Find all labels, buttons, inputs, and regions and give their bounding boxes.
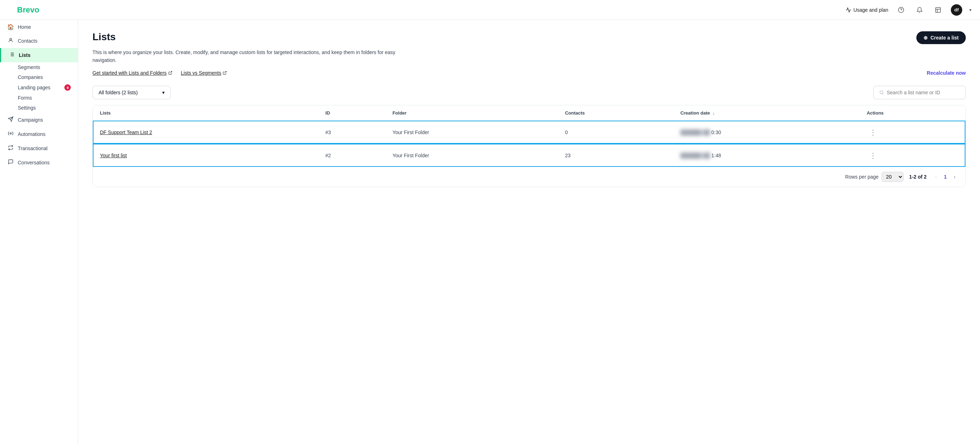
list-actions-cell: ⋮: [859, 121, 966, 144]
pagination-row: Rows per page 20 50 100 1-2 of 2 ‹ 1 ›: [93, 167, 966, 187]
bell-icon: [916, 7, 923, 13]
list-id-cell: #2: [318, 144, 385, 167]
sidebar-item-settings[interactable]: Settings: [0, 103, 78, 113]
notifications-icon-button[interactable]: [914, 4, 925, 16]
sidebar-item-segments[interactable]: Segments: [0, 62, 78, 72]
folder-select-dropdown[interactable]: All folders (2 lists) ▾: [92, 86, 171, 99]
list-folder-cell: Your First Folder: [385, 121, 558, 144]
sidebar: 🏠 Home Contacts Lists Segments Companies…: [0, 20, 78, 444]
help-icon-button[interactable]: [896, 4, 907, 16]
list-name-cell: DF Support Team List 2: [93, 121, 318, 144]
svg-line-14: [224, 71, 226, 73]
sidebar-item-automations[interactable]: Automations: [0, 127, 78, 141]
sidebar-item-companies[interactable]: Companies: [0, 72, 78, 82]
prev-page-button[interactable]: ‹: [932, 172, 940, 181]
table-header: Lists ID Folder Contacts Creation date ↓…: [93, 105, 966, 121]
page-navigation: ‹ 1 ›: [932, 172, 958, 181]
contacts-icon: [7, 37, 14, 45]
svg-line-13: [170, 71, 172, 73]
col-contacts: Contacts: [558, 105, 673, 121]
page-info: 1-2 of 2: [909, 174, 927, 180]
date-blurred-1: ██████ ██: [680, 129, 710, 135]
list-id-cell: #3: [318, 121, 385, 144]
conversations-icon: [7, 159, 14, 166]
row-actions-button-1[interactable]: ⋮: [867, 127, 879, 138]
plus-circle-icon: ⊕: [923, 35, 928, 41]
building-icon: [935, 7, 941, 13]
sidebar-item-transactional[interactable]: Transactional: [0, 141, 78, 155]
automations-icon: [7, 131, 14, 138]
help-links: Get started with Lists and Folders Lists…: [92, 70, 227, 76]
transactional-icon: [7, 145, 14, 152]
user-menu-chevron[interactable]: ▾: [969, 8, 972, 13]
sidebar-item-landing-pages[interactable]: Landing pages ♛: [0, 82, 78, 93]
svg-rect-2: [935, 8, 940, 13]
search-input[interactable]: [887, 89, 960, 95]
get-started-link[interactable]: Get started with Lists and Folders: [92, 70, 172, 76]
recalculate-button[interactable]: Recalculate now: [927, 70, 966, 76]
col-folder: Folder: [385, 105, 558, 121]
user-avatar[interactable]: df: [951, 4, 962, 16]
help-icon: [898, 7, 904, 13]
list-name-cell: Your first list: [93, 144, 318, 167]
external-link-icon-2: [223, 71, 227, 75]
usage-and-plan-button[interactable]: Usage and plan: [846, 7, 888, 13]
chevron-down-icon: ▾: [162, 89, 165, 95]
rows-per-page-select[interactable]: 20 50 100: [881, 172, 904, 182]
usage-icon: [846, 7, 851, 13]
list-folder-cell: Your First Folder: [385, 144, 558, 167]
page-description: This is where you organize your lists. C…: [92, 48, 412, 64]
lists-table: Lists ID Folder Contacts Creation date ↓…: [93, 105, 966, 167]
list-name-link-1[interactable]: DF Support Team List 2: [100, 129, 152, 135]
col-lists: Lists: [93, 105, 318, 121]
next-page-button[interactable]: ›: [951, 172, 958, 181]
list-date-cell: ██████ ██ 1:48: [673, 144, 859, 167]
external-link-icon: [168, 71, 172, 75]
date-blurred-2: ██████ ██: [680, 153, 710, 158]
rows-per-page: Rows per page 20 50 100: [845, 172, 904, 182]
brand-logo: Brevo: [17, 5, 39, 14]
sidebar-item-conversations[interactable]: Conversations: [0, 155, 78, 170]
sidebar-item-forms[interactable]: Forms: [0, 93, 78, 103]
search-icon: [879, 90, 884, 95]
sort-icon: ↓: [713, 111, 715, 115]
col-actions: Actions: [859, 105, 966, 121]
table-body: DF Support Team List 2 #3 Your First Fol…: [93, 121, 966, 167]
svg-point-12: [10, 133, 11, 134]
list-contacts-cell: 0: [558, 121, 673, 144]
table-row: Your first list #2 Your First Folder 23 …: [93, 144, 966, 167]
sidebar-item-contacts[interactable]: Contacts: [0, 34, 78, 48]
page-links-row: Get started with Lists and Folders Lists…: [92, 70, 966, 76]
landing-pages-badge: ♛: [64, 84, 71, 91]
topbar: Brevo Usage and plan df ▾: [0, 0, 980, 20]
lists-vs-segments-link[interactable]: Lists vs Segments: [181, 70, 227, 76]
svg-point-15: [880, 91, 883, 94]
list-date-cell: ██████ ██ 0:30: [673, 121, 859, 144]
list-name-link-2[interactable]: Your first list: [100, 153, 127, 158]
lists-icon: [8, 51, 15, 59]
row-actions-button-2[interactable]: ⋮: [867, 150, 879, 161]
col-creation-date: Creation date ↓: [673, 105, 859, 121]
list-contacts-cell: 23: [558, 144, 673, 167]
sidebar-item-home[interactable]: 🏠 Home: [0, 20, 78, 34]
building-icon-button[interactable]: [932, 4, 944, 16]
search-box[interactable]: [873, 86, 966, 99]
page-title: Lists: [92, 31, 116, 43]
create-list-button[interactable]: ⊕ Create a list: [916, 31, 966, 44]
sidebar-item-campaigns[interactable]: Campaigns: [0, 113, 78, 127]
main-content: Lists ⊕ Create a list This is where you …: [78, 20, 980, 444]
filters-row: All folders (2 lists) ▾: [92, 86, 966, 99]
svg-point-3: [10, 38, 11, 40]
home-icon: 🏠: [7, 24, 14, 30]
svg-line-16: [883, 93, 883, 94]
col-id: ID: [318, 105, 385, 121]
lists-table-container: Lists ID Folder Contacts Creation date ↓…: [92, 105, 966, 187]
sidebar-item-lists[interactable]: Lists: [0, 48, 78, 62]
page-header: Lists ⊕ Create a list: [92, 31, 966, 44]
campaigns-icon: [7, 117, 14, 123]
list-actions-cell: ⋮: [859, 144, 966, 167]
table-row: DF Support Team List 2 #3 Your First Fol…: [93, 121, 966, 144]
app-layout: 🏠 Home Contacts Lists Segments Companies…: [0, 20, 980, 444]
page-1-button[interactable]: 1: [941, 172, 950, 181]
